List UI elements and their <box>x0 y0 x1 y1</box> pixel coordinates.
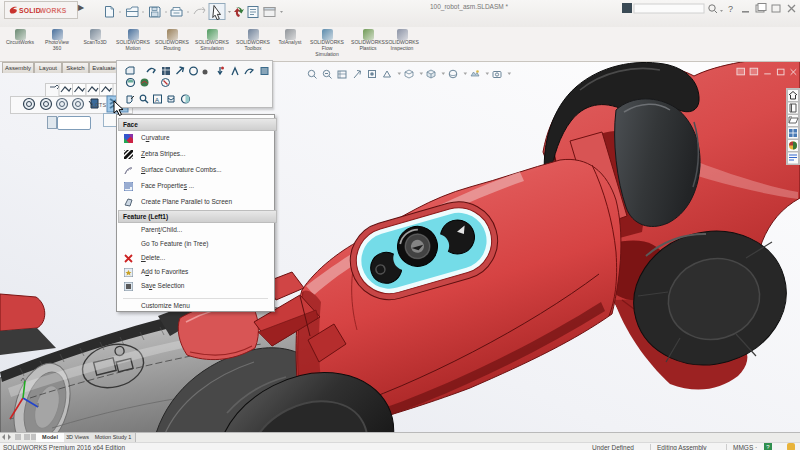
svg-text:SOLID: SOLID <box>19 7 41 14</box>
svg-text:?: ? <box>728 4 733 14</box>
svg-text:LCTS: LCTS <box>92 102 106 108</box>
svg-text:A: A <box>155 97 159 103</box>
svg-text:WORKS: WORKS <box>40 7 67 14</box>
